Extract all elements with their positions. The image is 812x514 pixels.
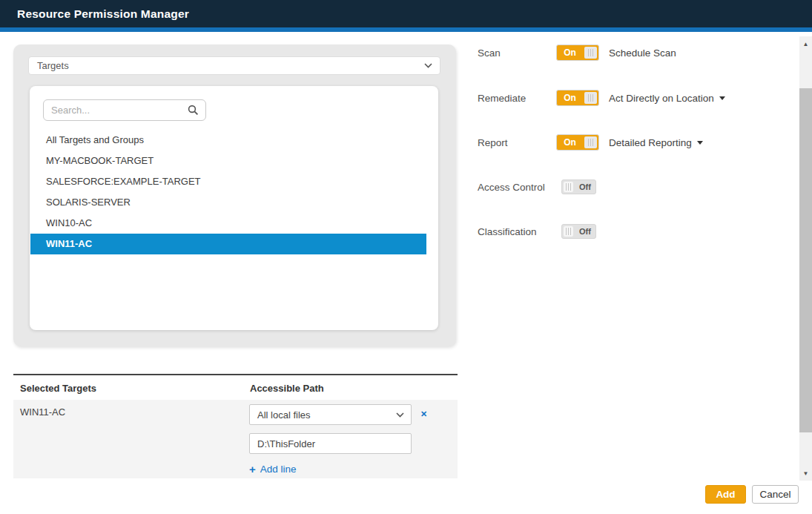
toggle-handle-icon [584, 47, 597, 59]
classification-label: Classification [478, 226, 556, 237]
toggle-handle-icon [584, 136, 597, 148]
path-value-input[interactable] [249, 433, 412, 454]
targets-list-card: All Targets and Groups MY-MACBOOK-TARGET… [30, 86, 438, 330]
scan-label: Scan [478, 47, 556, 59]
access-control-label: Access Control [478, 182, 556, 193]
column-header-accessible-path: Accessible Path [250, 383, 324, 394]
add-line-link[interactable]: + Add line [249, 464, 297, 475]
selected-target-row: WIN11-AC All local files ✕ + Add line [13, 400, 458, 478]
permission-row-remediate: Remediate On Act Directly on Location [478, 90, 725, 106]
scan-toggle[interactable]: On [556, 45, 599, 61]
permission-row-report: Report On Detailed Reporting [478, 134, 703, 151]
toggle-handle-icon [584, 92, 597, 104]
dialog-header: Resource Permission Manager [0, 0, 812, 32]
caret-down-icon [697, 141, 703, 145]
remediate-mode-dropdown[interactable]: Act Directly on Location [609, 93, 725, 104]
section-divider [13, 374, 458, 375]
path-type-select-value: All local files [257, 409, 311, 421]
access-control-toggle[interactable]: Off [561, 179, 596, 194]
scroll-down-icon[interactable]: ▼ [799, 467, 812, 479]
search-icon [188, 105, 199, 116]
permission-row-classification: Classification Off [478, 223, 596, 240]
toggle-handle-icon [564, 226, 573, 237]
remove-row-icon[interactable]: ✕ [420, 408, 427, 420]
scroll-up-icon[interactable]: ▲ [799, 38, 812, 50]
targets-list: All Targets and Groups MY-MACBOOK-TARGET… [30, 130, 426, 254]
target-list-item[interactable]: SOLARIS-SERVER [30, 192, 426, 213]
target-group-select-value: Targets [37, 60, 69, 71]
cancel-button[interactable]: Cancel [752, 485, 799, 504]
scrollbar-thumb[interactable] [799, 88, 812, 432]
caret-down-icon [719, 96, 725, 100]
search-input-wrapper [43, 99, 206, 121]
target-group-select[interactable]: Targets [28, 56, 440, 75]
permission-row-access-control: Access Control Off [478, 179, 596, 195]
report-mode-dropdown[interactable]: Detailed Reporting [609, 137, 703, 148]
plus-icon: + [249, 464, 256, 475]
resource-permission-manager-dialog: Resource Permission Manager Targets All … [0, 0, 812, 514]
target-list-item[interactable]: All Targets and Groups [30, 130, 426, 151]
target-list-item[interactable]: MY-MACBOOK-TARGET [30, 151, 426, 171]
remediate-label: Remediate [478, 93, 556, 104]
report-label: Report [478, 137, 556, 148]
chevron-down-icon [396, 412, 404, 418]
dialog-title: Resource Permission Manager [0, 7, 189, 21]
search-input[interactable] [43, 99, 206, 121]
classification-toggle[interactable]: Off [561, 224, 596, 239]
remediate-toggle[interactable]: On [556, 90, 599, 106]
add-button[interactable]: Add [705, 485, 746, 504]
target-list-item[interactable]: SALESFORCE:EXAMPLE-TARGET [30, 171, 426, 192]
chevron-down-icon [424, 63, 432, 68]
schedule-scan-link[interactable]: Schedule Scan [609, 47, 676, 59]
selected-target-name: WIN11-AC [20, 406, 65, 418]
target-list-item-selected[interactable]: WIN11-AC [30, 234, 426, 254]
toggle-handle-icon [564, 182, 573, 192]
target-list-item[interactable]: WIN10-AC [30, 213, 426, 234]
column-header-selected-targets: Selected Targets [20, 383, 96, 394]
report-toggle[interactable]: On [556, 134, 599, 151]
permission-row-scan: Scan On Schedule Scan [478, 45, 676, 61]
vertical-scrollbar[interactable]: ▲ ▼ [799, 36, 812, 481]
path-type-select[interactable]: All local files [249, 404, 412, 425]
targets-panel: Targets All Targets and Groups MY-MACBOO… [13, 45, 456, 346]
